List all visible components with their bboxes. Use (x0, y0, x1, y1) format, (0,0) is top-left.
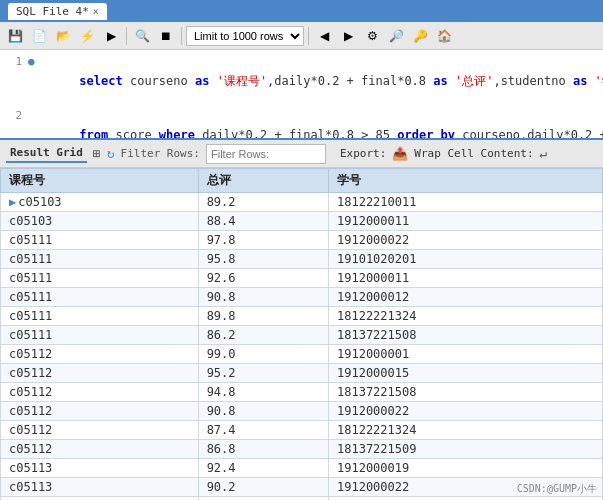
main-toolbar: 💾 📄 📂 ⚡ ▶ 🔍 ⏹ Limit to 1000 rows ◀ ▶ ⚙ 🔎… (0, 22, 603, 50)
home-button[interactable]: 🏠 (433, 25, 455, 47)
table-cell: 18122210011 (328, 497, 602, 501)
table-row: c0511287.418122221324 (1, 421, 603, 440)
table-cell: 18137221509 (328, 440, 602, 459)
table-cell: 1912000001 (328, 345, 602, 364)
table-cell: 86.2 (198, 326, 328, 345)
table-cell: c05113 (1, 478, 199, 497)
filter-label: Filter Rows: (121, 147, 200, 160)
run-button[interactable]: ⚡ (76, 25, 98, 47)
close-icon[interactable]: × (93, 6, 99, 17)
filter-rows-input[interactable] (206, 144, 326, 164)
table-cell: c05112 (1, 345, 199, 364)
table-cell: c05111 (1, 326, 199, 345)
table-cell: 88.4 (198, 212, 328, 231)
sql-code-1: select courseno as '课程号',daily*0.2 + fin… (36, 54, 603, 108)
wrap-label: Wrap Cell Content: (414, 147, 533, 160)
table-row: c0511186.218137221508 (1, 326, 603, 345)
line-indicator-2 (28, 108, 36, 122)
table-cell: c05112 (1, 383, 199, 402)
table-cell: 18122221324 (328, 421, 602, 440)
separator-1 (126, 27, 127, 45)
watermark: CSDN:@GUMP小牛 (517, 482, 597, 496)
table-cell: c05103 (1, 212, 199, 231)
table-cell: 1912000012 (328, 288, 602, 307)
line-number-1: 1 (4, 54, 22, 68)
table-cell: 92.6 (198, 269, 328, 288)
separator-2 (181, 27, 182, 45)
grid-view-icon[interactable]: ⊞ (93, 146, 101, 161)
prev-button[interactable]: ◀ (313, 25, 335, 47)
wrap-icon[interactable]: ↵ (540, 146, 548, 161)
sql-line-2: 2 from score where daily*0.2 + final*0.8… (0, 108, 603, 140)
table-cell: 18122210011 (328, 193, 602, 212)
table-cell: 87.4 (198, 421, 328, 440)
table-cell: 1912000022 (328, 231, 602, 250)
next-button[interactable]: ▶ (337, 25, 359, 47)
table-cell: 1912000019 (328, 459, 602, 478)
table-cell: c05111 (1, 269, 199, 288)
table-cell: 1912000015 (328, 364, 602, 383)
table-cell: c05111 (1, 288, 199, 307)
open-button[interactable]: 📂 (52, 25, 74, 47)
table-cell: 18122221324 (328, 307, 602, 326)
table-row: c0511295.21912000015 (1, 364, 603, 383)
table-cell: 99.0 (198, 345, 328, 364)
new-button[interactable]: 📄 (28, 25, 50, 47)
table-header-row: 课程号 总评 学号 (1, 169, 603, 193)
table-cell: c05111 (1, 307, 199, 326)
table-cell: ▶c05103 (1, 193, 199, 212)
table-cell: c05111 (1, 250, 199, 269)
search-button[interactable]: 🔍 (131, 25, 153, 47)
save-button[interactable]: 💾 (4, 25, 26, 47)
sql-file-tab[interactable]: SQL File 4* × (8, 3, 107, 20)
table-cell: 90.8 (198, 288, 328, 307)
table-cell: 95.8 (198, 250, 328, 269)
table-row: c0511290.81912000022 (1, 402, 603, 421)
refresh-icon[interactable]: ↻ (107, 146, 115, 161)
table-row: c0511197.81912000022 (1, 231, 603, 250)
table-row: c0511192.61912000011 (1, 269, 603, 288)
table-cell: 95.2 (198, 364, 328, 383)
table-row: c0510388.41912000011 (1, 212, 603, 231)
table-cell: 86.8 (198, 440, 328, 459)
table-cell: 99.4 (198, 497, 328, 501)
result-toolbar: Result Grid ⊞ ↻ Filter Rows: Export: 📤 W… (0, 140, 603, 168)
line-number-2: 2 (4, 108, 22, 122)
col-header-studentno: 学号 (328, 169, 602, 193)
sql-code-2: from score where daily*0.2 + final*0.8 >… (36, 108, 603, 140)
table-cell: c05112 (1, 364, 199, 383)
data-table: 课程号 总评 学号 ▶c0510389.218122210011c0510388… (0, 168, 603, 500)
table-row: c0511299.01912000001 (1, 345, 603, 364)
title-bar: SQL File 4* × (0, 0, 603, 22)
col-header-courseno: 课程号 (1, 169, 199, 193)
table-cell: 90.8 (198, 402, 328, 421)
limit-rows-select[interactable]: Limit to 1000 rows (186, 26, 304, 46)
table-cell: 18137221508 (328, 383, 602, 402)
table-row: c0511390.21912000022 (1, 478, 603, 497)
key-button[interactable]: 🔑 (409, 25, 431, 47)
zoom-button[interactable]: 🔎 (385, 25, 407, 47)
result-grid-tab[interactable]: Result Grid (6, 144, 87, 163)
table-cell: 19101020201 (328, 250, 602, 269)
line-indicator-1: ● (28, 54, 36, 68)
export-icon[interactable]: 📤 (392, 146, 408, 161)
settings-button[interactable]: ⚙ (361, 25, 383, 47)
table-row: c0511286.818137221509 (1, 440, 603, 459)
table-cell: 89.2 (198, 193, 328, 212)
table-row: c0511392.41912000019 (1, 459, 603, 478)
table-cell: 89.8 (198, 307, 328, 326)
sql-editor[interactable]: 1 ● select courseno as '课程号',daily*0.2 +… (0, 50, 603, 140)
row-indicator: ▶ (9, 195, 16, 209)
table-cell: 1912000011 (328, 269, 602, 288)
result-grid[interactable]: 课程号 总评 学号 ▶c0510389.218122210011c0510388… (0, 168, 603, 500)
stop-button[interactable]: ⏹ (155, 25, 177, 47)
tab-label: SQL File 4* (16, 5, 89, 18)
col-header-total: 总评 (198, 169, 328, 193)
table-cell: 90.2 (198, 478, 328, 497)
sql-line-1: 1 ● select courseno as '课程号',daily*0.2 +… (0, 54, 603, 108)
execute-button[interactable]: ▶ (100, 25, 122, 47)
table-row: c0511195.819101020201 (1, 250, 603, 269)
table-cell: c05111 (1, 231, 199, 250)
table-cell: c05112 (1, 421, 199, 440)
table-row: c0511190.81912000012 (1, 288, 603, 307)
